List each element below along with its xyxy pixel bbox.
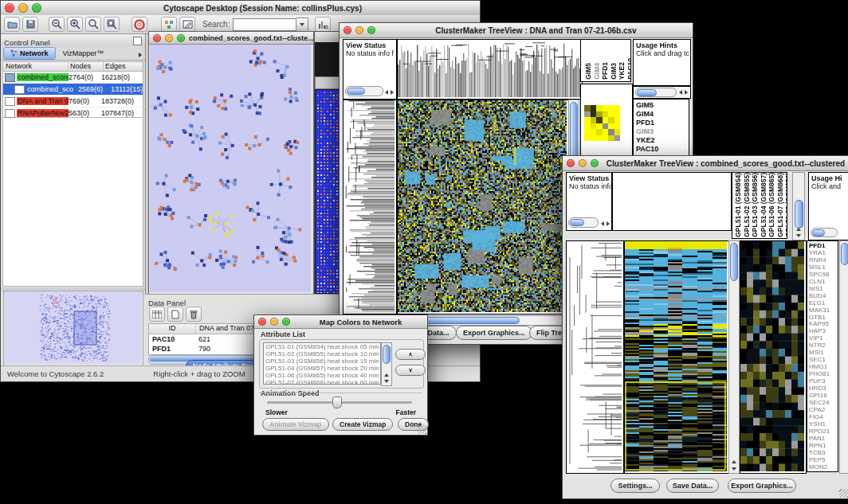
delete-attribute-icon[interactable] bbox=[186, 307, 202, 322]
gene-label[interactable]: YSH1 bbox=[809, 421, 838, 428]
search-dropdown-arrow-icon[interactable] bbox=[296, 18, 308, 32]
scroll-left-arrow-icon[interactable] bbox=[679, 90, 682, 95]
close-button[interactable] bbox=[153, 34, 161, 42]
minimize-button[interactable] bbox=[579, 159, 587, 167]
minimize-button[interactable] bbox=[270, 318, 278, 326]
close-button[interactable] bbox=[344, 26, 351, 34]
gene-label[interactable]: YKE2 bbox=[636, 136, 689, 145]
column-dendrogram[interactable] bbox=[397, 39, 583, 100]
scroll-left-arrow-icon[interactable] bbox=[385, 90, 388, 95]
attribute-item[interactable]: GPL51-01 (GSM854) heat shock 05 min bbox=[265, 344, 380, 351]
main-title-bar[interactable]: Cytoscape Desktop (Session Name: collins… bbox=[1, 1, 480, 16]
row-dendrogram[interactable] bbox=[343, 100, 397, 315]
save-session-button[interactable] bbox=[22, 17, 38, 32]
resize-grip[interactable] bbox=[839, 489, 848, 498]
birdseye-overview[interactable] bbox=[3, 291, 143, 366]
gene-label[interactable]: HRD3 bbox=[809, 385, 838, 393]
table-mode-icon[interactable] bbox=[149, 307, 165, 322]
gene-label[interactable]: SEC1 bbox=[809, 357, 838, 364]
gene-label[interactable]: RPN1 bbox=[809, 443, 838, 450]
vizmapper-icon[interactable] bbox=[161, 17, 177, 32]
network-canvas[interactable] bbox=[150, 45, 311, 292]
float-panel-icon[interactable] bbox=[133, 37, 142, 45]
search-input[interactable] bbox=[233, 18, 296, 31]
status-hscrollbar[interactable] bbox=[345, 86, 383, 96]
global-heatmap[interactable] bbox=[397, 100, 569, 315]
network-list-row[interactable]: combined_sco2569(6)13112(15) bbox=[3, 84, 143, 96]
export-graphics-button[interactable]: Export Graphics... bbox=[728, 479, 796, 493]
attribute-item[interactable]: GPL51-03 (GSM856) heat shock 15 min bbox=[265, 358, 380, 365]
zoom-heatmap[interactable] bbox=[740, 240, 807, 474]
annotation-icon[interactable] bbox=[179, 17, 195, 32]
create-vizmap-button[interactable]: Create Vizmap bbox=[332, 418, 393, 431]
usage-hscrollbar[interactable] bbox=[635, 88, 677, 97]
similarity-matrix[interactable] bbox=[584, 105, 620, 141]
zoom-fit-icon[interactable] bbox=[104, 17, 120, 32]
zoom-button[interactable] bbox=[32, 3, 41, 13]
scroll-down-arrow-icon[interactable] bbox=[384, 380, 389, 383]
gene-label[interactable]: SPC98 bbox=[809, 272, 838, 279]
help-lifesaver-icon[interactable] bbox=[132, 17, 147, 32]
move-up-button[interactable]: ∧ bbox=[395, 349, 426, 360]
column-labels-vscrollbar[interactable] bbox=[792, 172, 805, 240]
zoom-button[interactable] bbox=[367, 26, 375, 34]
dialog-title-bar[interactable]: Map Colors to Network bbox=[254, 315, 427, 329]
close-button[interactable] bbox=[258, 318, 266, 326]
gene-label[interactable]: PFD1 bbox=[809, 243, 838, 250]
network-list-row[interactable]: combined_scores2764(0)16218(0) bbox=[3, 72, 143, 84]
gene-label[interactable]: HAP3 bbox=[809, 328, 838, 335]
scroll-up-arrow-icon[interactable] bbox=[732, 460, 736, 463]
gene-label[interactable]: GTB1 bbox=[809, 315, 838, 322]
treeview1-title-bar[interactable]: ClusterMaker TreeView : DNA and Tran 07-… bbox=[340, 23, 693, 38]
zoom-button[interactable] bbox=[591, 159, 599, 167]
attribute-item[interactable]: GPL51-07 (GSM868) heat shock 60 min bbox=[265, 380, 380, 385]
export-graphics-button[interactable]: Export Graphics... bbox=[456, 326, 532, 340]
gene-label[interactable]: KAP95 bbox=[809, 321, 838, 328]
attribute-browser-icon[interactable] bbox=[315, 17, 331, 32]
gene-label[interactable]: NTR2 bbox=[809, 342, 838, 350]
gene-label[interactable]: SEC24 bbox=[809, 400, 838, 407]
gene-label[interactable]: NIS1 bbox=[809, 286, 838, 293]
gene-label[interactable]: GIM3 bbox=[636, 127, 689, 136]
zoom-in-icon[interactable] bbox=[67, 17, 83, 32]
gene-label[interactable]: BUD4 bbox=[809, 293, 838, 300]
gene-label[interactable]: PUF3 bbox=[809, 378, 838, 385]
scroll-right-arrow-icon[interactable] bbox=[391, 90, 394, 95]
treeview2-title-bar[interactable]: ClusterMaker TreeView : combined_scores_… bbox=[563, 156, 848, 171]
zoom-out-icon[interactable] bbox=[49, 17, 65, 32]
gene-label[interactable]: PEP5 bbox=[809, 457, 838, 464]
tab-vizmapper[interactable]: VizMapper™ bbox=[56, 49, 112, 57]
attribute-item[interactable]: GPL51-04 (GSM857) heat shock 20 min bbox=[265, 365, 380, 373]
gene-label[interactable]: MSL1 bbox=[809, 264, 838, 272]
close-button[interactable] bbox=[5, 3, 14, 13]
column-dendrogram[interactable] bbox=[612, 172, 732, 231]
gene-label[interactable]: VIP1 bbox=[809, 335, 838, 342]
usage-hscrollbar[interactable] bbox=[811, 228, 838, 237]
tab-network[interactable]: Network bbox=[3, 47, 56, 60]
new-attribute-icon[interactable] bbox=[167, 307, 183, 322]
close-button[interactable] bbox=[567, 159, 575, 167]
minimize-button[interactable] bbox=[18, 3, 28, 13]
global-heatmap[interactable] bbox=[624, 240, 729, 474]
scroll-left-arrow-icon[interactable] bbox=[601, 221, 604, 226]
gene-label[interactable]: PHO81 bbox=[809, 371, 838, 378]
animate-vizmap-button[interactable]: Animate Vizmap bbox=[262, 418, 329, 431]
scroll-down-arrow-icon[interactable] bbox=[732, 467, 736, 471]
move-down-button[interactable]: ∨ bbox=[395, 365, 426, 376]
gene-label[interactable]: MAK31 bbox=[809, 307, 838, 315]
tab-overflow-icon[interactable] bbox=[139, 46, 142, 61]
zoom-button[interactable] bbox=[177, 34, 185, 42]
zoom-selected-icon[interactable] bbox=[85, 17, 101, 32]
gene-label[interactable]: MSI1 bbox=[809, 350, 838, 357]
gene-label[interactable]: CPA2 bbox=[809, 407, 838, 414]
attribute-item[interactable]: GPL51-02 (GSM855) heat shock 10 min bbox=[265, 351, 380, 358]
status-hscrollbar[interactable] bbox=[568, 217, 599, 228]
gene-label[interactable]: ELG1 bbox=[809, 300, 838, 307]
row-dendrogram[interactable] bbox=[566, 240, 624, 474]
minimize-button[interactable] bbox=[355, 26, 363, 34]
gene-label[interactable]: RNR4 bbox=[809, 257, 838, 264]
resize-grip[interactable] bbox=[418, 425, 426, 434]
open-session-button[interactable] bbox=[4, 17, 20, 32]
gene-label[interactable]: RPO21 bbox=[809, 428, 838, 436]
gene-label[interactable]: MON2 bbox=[809, 464, 838, 471]
